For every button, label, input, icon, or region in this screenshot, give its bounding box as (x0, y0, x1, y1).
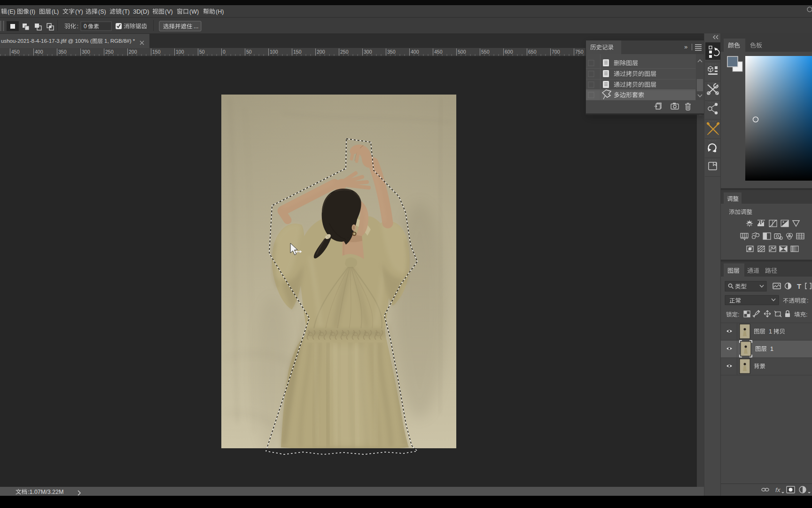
svg-text:700: 700 (552, 49, 560, 55)
svg-text:450: 450 (434, 49, 443, 55)
svg-text:0: 0 (84, 23, 87, 30)
svg-text::: : (738, 311, 739, 318)
svg-text:ushou-2021-8-4-16-17-3.jfif @: ushou-2021-8-4-16-17-3.jfif @ 100% ( (1, 38, 92, 44)
svg-text:350: 350 (387, 49, 396, 55)
svg-text:1: 1 (769, 328, 772, 335)
svg-text:450: 450 (11, 49, 20, 55)
svg-text:500: 500 (458, 49, 466, 55)
svg-text:(W): (W) (189, 8, 199, 15)
svg-text:150: 150 (152, 49, 161, 55)
svg-text:(H): (H) (216, 8, 224, 15)
svg-text:150: 150 (293, 49, 302, 55)
svg-text:(T): (T) (122, 8, 130, 15)
svg-text:(L): (L) (52, 8, 59, 15)
svg-text:»: » (684, 43, 687, 50)
svg-text:250: 250 (105, 49, 114, 55)
svg-text:100: 100 (176, 49, 184, 55)
svg-text:400: 400 (411, 49, 419, 55)
svg-text:(I): (I) (30, 8, 35, 15)
svg-text:(V): (V) (165, 8, 173, 15)
svg-text:400: 400 (35, 49, 43, 55)
svg-text::: : (807, 297, 808, 304)
svg-text:50: 50 (246, 49, 252, 55)
svg-text:250: 250 (340, 49, 349, 55)
svg-text:T: T (797, 282, 801, 290)
svg-text:650: 650 (528, 49, 537, 55)
svg-text:100: 100 (270, 49, 278, 55)
svg-text:200: 200 (317, 49, 325, 55)
svg-text:...: ... (194, 23, 198, 30)
svg-text:fx: fx (775, 486, 781, 493)
svg-text:(S): (S) (98, 8, 106, 15)
svg-text:1, RGB/8#) *: 1, RGB/8#) * (104, 38, 135, 44)
svg-text:300: 300 (364, 49, 372, 55)
svg-text:550: 550 (481, 49, 490, 55)
svg-text:300: 300 (82, 49, 90, 55)
svg-text:750: 750 (575, 49, 584, 55)
svg-text:0: 0 (223, 49, 226, 55)
svg-text::: : (806, 311, 807, 318)
svg-text:3D(D): 3D(D) (133, 8, 149, 15)
svg-text::: : (77, 23, 78, 30)
svg-text:600: 600 (505, 49, 513, 55)
svg-text:(E): (E) (8, 8, 16, 15)
svg-text::1.07M/3.22M: :1.07M/3.22M (28, 489, 63, 495)
svg-text:50: 50 (199, 49, 205, 55)
svg-text:1: 1 (770, 346, 773, 352)
svg-text:200: 200 (129, 49, 137, 55)
svg-text:(Y): (Y) (75, 8, 83, 15)
svg-text:350: 350 (58, 49, 67, 55)
